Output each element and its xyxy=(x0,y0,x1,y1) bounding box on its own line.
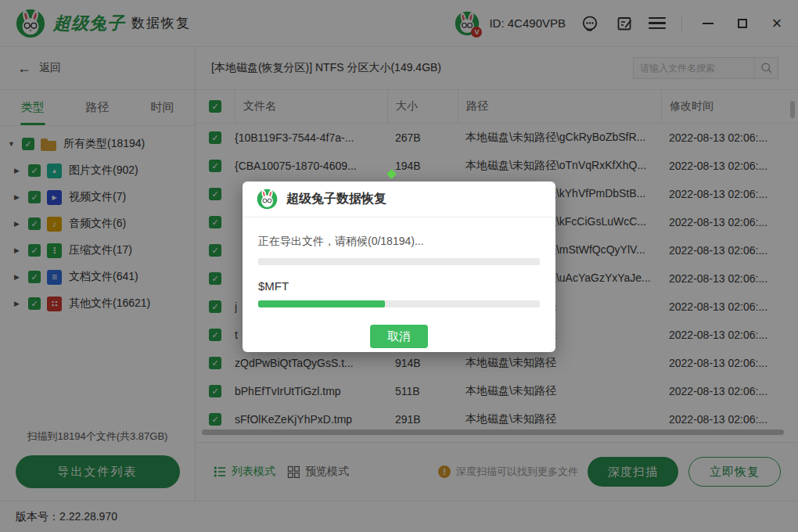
export-status-text: 正在导出文件，请稍候(0/18194)... xyxy=(258,235,540,249)
dialog-logo-rabbit-icon xyxy=(257,189,278,210)
cancel-button[interactable]: 取消 xyxy=(370,325,428,348)
current-file-label: $MFT xyxy=(258,279,540,293)
export-progress-dialog: 超级兔子数据恢复 正在导出文件，请稍候(0/18194)... $MFT 取消 xyxy=(243,182,555,352)
overall-progress-bar xyxy=(258,258,540,265)
file-progress-fill xyxy=(258,300,385,307)
dialog-header: 超级兔子数据恢复 xyxy=(243,182,555,217)
dialog-body: 正在导出文件，请稍候(0/18194)... $MFT 取消 xyxy=(243,235,555,348)
file-progress-bar xyxy=(258,300,540,307)
dialog-title: 超级兔子数据恢复 xyxy=(286,191,386,207)
